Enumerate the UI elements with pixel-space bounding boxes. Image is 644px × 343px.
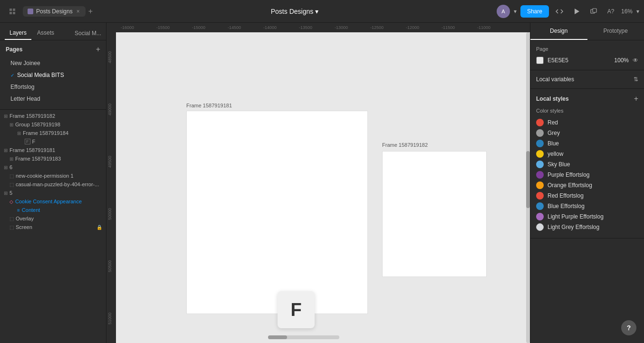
page-item-letter-head[interactable]: Letter Head	[6, 93, 100, 105]
layer-casual-man[interactable]: ⬚ casual-man-puzzled-by-404-error-...	[0, 180, 106, 189]
tab-design[interactable]: Design	[530, 23, 587, 40]
topbar-right: A ▾ Share A? 16% ▾	[497, 5, 639, 18]
layer-label: Frame 1587919181	[10, 147, 55, 153]
color-style-purple-effortslog[interactable]: Purple Effortslog	[536, 170, 638, 180]
svg-rect-3	[13, 12, 15, 14]
screen-icon: ⬚	[10, 225, 14, 230]
vertical-scrollbar[interactable]	[526, 32, 530, 343]
frame-1587919181[interactable]	[186, 111, 368, 314]
page-item-social-media[interactable]: ✓ Social Media BITS	[6, 69, 100, 81]
f-element[interactable]: F	[278, 291, 315, 328]
color-styles-title: Color styles	[536, 108, 638, 114]
topbar-center: Posts Designs ▾	[96, 8, 493, 15]
tab-assets[interactable]: Assets	[32, 27, 59, 40]
layer-cookie-permission[interactable]: ⬚ new-cookie-permission 1	[0, 172, 106, 180]
text-icon: F	[25, 139, 30, 144]
current-tab[interactable]: Posts Designs ×	[23, 6, 86, 17]
color-style-yellow[interactable]: yellow	[536, 149, 638, 159]
page-item-new-joinee[interactable]: New Joinee	[6, 57, 100, 69]
ruler-label: -13000	[335, 25, 348, 30]
sky-blue-dot	[536, 161, 544, 168]
horizontal-scrollbar[interactable]	[268, 335, 339, 339]
avatar-chevron[interactable]: ▾	[514, 8, 517, 15]
layer-frame-1587919182[interactable]: ⊞ Frame 1587919182	[0, 112, 106, 120]
scrollbar-thumb[interactable]	[268, 335, 287, 339]
layer-text-f[interactable]: F F	[0, 137, 106, 146]
svg-marker-4	[575, 9, 579, 14]
frame-1587919182[interactable]	[382, 151, 487, 277]
page-name: Letter Head	[10, 95, 40, 102]
layer-label: 6	[10, 164, 12, 170]
avatar[interactable]: A	[497, 5, 510, 18]
visibility-toggle[interactable]: 👁	[633, 57, 638, 64]
color-style-light-grey[interactable]: Light Grey Effortslog	[536, 222, 638, 232]
color-style-blue[interactable]: Blue	[536, 138, 638, 149]
layer-label: Screen	[16, 224, 32, 230]
color-style-orange-effortslog[interactable]: Orange Effortslog	[536, 180, 638, 191]
layer-label: Overlay	[16, 216, 34, 221]
style-name: Blue	[548, 140, 559, 147]
page-opacity-value[interactable]: 100%	[614, 57, 629, 64]
page-item-effortslog[interactable]: Effortslog	[6, 81, 100, 93]
active-check: ✓	[10, 73, 14, 78]
panel-tabs: Layers Assets Social M...	[0, 23, 106, 40]
layer-frame-5[interactable]: ⊞ 5	[0, 189, 106, 197]
new-tab-button[interactable]: +	[88, 7, 93, 16]
color-style-red-effortslog[interactable]: Red Effortslog	[536, 191, 638, 201]
code-button[interactable]	[553, 5, 566, 18]
local-variables-section: Local variables ⇅	[530, 70, 644, 89]
color-style-sky-blue[interactable]: Sky Blue	[536, 159, 638, 170]
add-page-button[interactable]: +	[96, 45, 100, 54]
layer-label: Content	[22, 207, 40, 213]
ruler-num: 50500	[107, 260, 112, 272]
help-button[interactable]: ?	[621, 320, 636, 335]
blue-dot	[536, 140, 544, 147]
layer-content[interactable]: ≡ Content	[0, 206, 106, 214]
tab-prototype[interactable]: Prototype	[587, 23, 644, 40]
component-icon: ⬚	[10, 173, 14, 179]
color-styles-list: Red Grey Blue yellow Sky Blue	[536, 117, 638, 232]
tab-close-button[interactable]: ×	[76, 8, 81, 15]
color-style-light-purple[interactable]: Light Purple Effortslog	[536, 211, 638, 222]
page-section-title: Page	[536, 46, 638, 52]
font-button[interactable]: A?	[604, 5, 617, 18]
style-name: yellow	[548, 151, 563, 157]
tab-layers[interactable]: Layers	[5, 27, 31, 40]
pages-title: Pages	[6, 46, 22, 53]
color-style-grey[interactable]: Grey	[536, 128, 638, 138]
style-name: Light Purple Effortslog	[548, 213, 604, 220]
style-name: Red Effortslog	[548, 192, 584, 199]
layer-group-1587919198[interactable]: ⊞ Group 1587919198	[0, 120, 106, 129]
layer-screen[interactable]: ⬚ Screen 🔒	[0, 223, 106, 231]
layer-cookie-consent[interactable]: ◇ Cookie Consent Appearance	[0, 197, 106, 206]
layer-label: new-cookie-permission 1	[16, 173, 74, 179]
layer-frame-1587919183[interactable]: ⊞ Frame 1587919183	[0, 154, 106, 163]
canvas[interactable]: -16000 -15500 -15000 -14500 -14000 -1350…	[106, 23, 530, 343]
project-title[interactable]: Posts Designs ▾	[271, 8, 318, 15]
color-style-blue-effortslog[interactable]: Blue Effortslog	[536, 201, 638, 211]
ruler-label: -15000	[192, 25, 205, 30]
page-color-swatch[interactable]	[536, 57, 544, 64]
layer-frame-1587919184[interactable]: ⊞ Frame 1587919184	[0, 129, 106, 137]
scrollbar-thumb[interactable]	[526, 151, 530, 208]
zoom-chevron[interactable]: ▾	[636, 8, 639, 15]
layer-frame-6[interactable]: ⊞ 6	[0, 163, 106, 172]
multiplayer-button[interactable]	[587, 5, 600, 18]
present-button[interactable]	[570, 5, 583, 18]
style-name: Grey	[548, 130, 560, 136]
variables-icon[interactable]: ⇅	[634, 76, 638, 83]
page-color-value[interactable]: E5E5E5	[548, 57, 610, 64]
left-panel: Layers Assets Social M... Pages + New Jo…	[0, 23, 106, 343]
zoom-level[interactable]: 16%	[621, 8, 633, 15]
share-button[interactable]: Share	[520, 5, 549, 18]
project-title-chevron: ▾	[315, 8, 318, 15]
add-style-button[interactable]: +	[634, 95, 638, 103]
local-styles-section: Local styles + Color styles Red Grey Blu…	[530, 89, 644, 238]
style-name: Blue Effortslog	[548, 203, 585, 210]
home-icon[interactable]	[5, 4, 20, 19]
ruler-label: -15500	[156, 25, 170, 30]
layer-overlay[interactable]: ⬚ Overlay	[0, 214, 106, 223]
tab-social[interactable]: Social M...	[75, 30, 101, 37]
layer-frame-1587919181[interactable]: ⊞ Frame 1587919181	[0, 146, 106, 154]
color-style-red[interactable]: Red	[536, 117, 638, 128]
